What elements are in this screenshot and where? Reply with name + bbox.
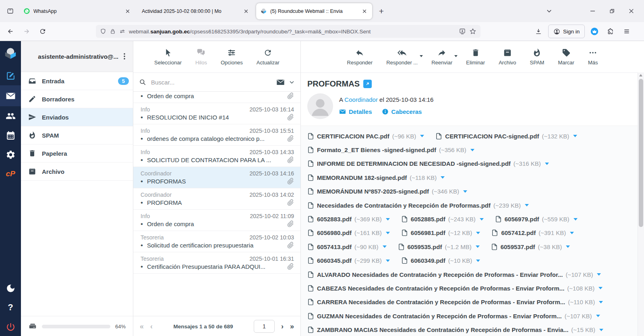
message-row[interactable]: Info2025-10-03 16:14•RESOLUCION DE INICI… [133, 103, 300, 124]
attachment-item[interactable]: GUZMAN Necesidades de Contratación y Rec… [307, 313, 600, 320]
message-row[interactable]: Info2025-10-02 11:09•Orden de compra [133, 210, 300, 231]
attachment-menu-caret-icon[interactable] [386, 218, 390, 221]
attachment-item[interactable]: 6056979.pdf(~559 KB) [495, 216, 578, 223]
view-toolbar-mas-button[interactable]: Más [586, 48, 600, 66]
profile-avatar-icon[interactable] [588, 25, 601, 38]
folder-item-papelera[interactable]: Papelera [21, 144, 133, 163]
attachment-menu-caret-icon[interactable] [386, 260, 390, 262]
attachment-item[interactable]: ALVARADO Necesidades de Contratación y R… [307, 271, 601, 278]
attachment-item[interactable]: 6052883.pdf(~369 KB) [307, 216, 390, 223]
attachment-menu-caret-icon[interactable] [441, 176, 445, 179]
message-row[interactable]: Coordinador2025-10-03 14:16•PROFORMAS [133, 167, 300, 188]
attachment-menu-caret-icon[interactable] [599, 329, 603, 331]
scope-envelope-icon[interactable] [276, 78, 285, 87]
attachment-menu-caret-icon[interactable] [525, 204, 529, 206]
attachment-menu-caret-icon[interactable] [599, 301, 603, 303]
chevron-down-icon[interactable] [289, 79, 295, 85]
lock-icon[interactable] [110, 28, 116, 35]
folder-item-spam[interactable]: SPAM [21, 126, 133, 144]
attachment-menu-caret-icon[interactable] [470, 149, 474, 151]
open-in-new-window-icon[interactable] [363, 80, 372, 88]
attachment-menu-caret-icon[interactable] [573, 135, 577, 137]
scrollbar[interactable] [638, 72, 644, 336]
attachment-item[interactable]: 6060345.pdf(~299 KB) [307, 257, 390, 264]
attachment-menu-caret-icon[interactable] [566, 245, 570, 248]
scrollbar-thumb[interactable] [639, 79, 643, 227]
view-toolbar-reenviar-button[interactable]: Reenviar [430, 48, 454, 66]
logout-power-icon[interactable] [0, 317, 21, 336]
close-icon[interactable] [124, 8, 131, 15]
forward-button[interactable] [20, 25, 33, 38]
view-toolbar-responder-button[interactable]: Responder ... [385, 48, 419, 66]
dark-mode-moon-icon[interactable] [0, 278, 21, 298]
compose-button[interactable] [0, 66, 21, 85]
tab-whatsapp[interactable]: WhatsApp [19, 3, 135, 19]
search-input[interactable] [150, 78, 272, 86]
attachment-item[interactable]: CERTIFICACION PAC-signed.pdf(~132 KB) [435, 133, 577, 140]
save-page-icon[interactable] [459, 28, 466, 35]
message-row[interactable]: Coordinador2025-10-03 14:02•PROFORMA [133, 188, 300, 210]
close-window-button[interactable] [621, 4, 641, 18]
folder-item-enviados[interactable]: Enviados [21, 108, 133, 126]
attachment-item[interactable]: MEMORÁNDUM Nº857-2025-signed.pdf(~346 KB… [307, 188, 467, 195]
attachment-item[interactable]: 6059535.pdf(~1.2 MB) [398, 243, 480, 250]
url-text[interactable]: webmail.sanjuan.gob.ec/cpsess6168253395/… [129, 29, 456, 35]
attachment-menu-caret-icon[interactable] [570, 232, 574, 234]
attachment-menu-caret-icon[interactable] [574, 218, 578, 221]
attachment-item[interactable]: Formato_2_ET Bienes -signed-signed.pdf(~… [307, 146, 474, 153]
permissions-icon[interactable] [119, 28, 126, 35]
last-page-button[interactable]: » [290, 322, 294, 331]
recipient-link[interactable]: Coordinador [344, 96, 378, 103]
list-toolbar-actualizar-button[interactable]: Actualizar [255, 48, 281, 66]
attachment-item[interactable]: INFORME DE DETERMINACION DE NECESIDAD -s… [307, 160, 549, 167]
attachment-item[interactable]: 6057413.pdf(~90 KB) [307, 243, 387, 250]
view-toolbar-eliminar-button[interactable]: Eliminar [464, 48, 487, 66]
attachment-menu-caret-icon[interactable] [596, 315, 600, 317]
attachment-item[interactable]: CABEZAS Necesidades de Contratación y Re… [307, 285, 603, 292]
view-toolbar-responder-button[interactable]: Responder [346, 48, 375, 66]
message-row[interactable]: Tesoreria2025-10-02 10:03•Solicitud de c… [133, 231, 300, 252]
sidebar-item-contacts[interactable] [0, 106, 21, 126]
view-toolbar-archivo-button[interactable]: Archivo [497, 48, 518, 66]
scroll-up-arrow-icon[interactable] [639, 74, 642, 76]
chevron-down-icon[interactable] [420, 55, 423, 57]
cpanel-icon[interactable]: cP [0, 164, 21, 183]
attachment-item[interactable]: MEMORANDUM 182-signed.pdf(~118 KB) [307, 174, 445, 181]
reload-button[interactable] [36, 25, 49, 38]
list-toolbar-opciones-button[interactable]: Opciones [219, 48, 244, 66]
message-row[interactable]: Info2025-10-03 14:33•SOLICITUD DE CONTRA… [133, 146, 300, 167]
attachment-menu-caret-icon[interactable] [383, 245, 387, 248]
attachment-menu-caret-icon[interactable] [480, 218, 484, 221]
message-row[interactable]: Info2025-10-03 15:51•ordenes de compra c… [133, 124, 300, 146]
url-bar[interactable]: webmail.sanjuan.gob.ec/cpsess6168253395/… [96, 25, 480, 38]
attachment-item[interactable]: 6060349.pdf(~10 KB) [401, 257, 480, 264]
message-row[interactable]: Tesoreria2025-10-01 16:31•Certificación … [133, 252, 300, 274]
folder-item-borradores[interactable]: Borradores [21, 90, 133, 108]
sidebar-item-settings[interactable] [0, 145, 21, 164]
chevron-down-icon[interactable] [454, 55, 458, 57]
attachment-menu-caret-icon[interactable] [545, 163, 549, 165]
tab-actividad[interactable]: Actividad 2025-10-02 08:00:00 | Mo [138, 3, 254, 19]
attachment-menu-caret-icon[interactable] [476, 245, 480, 248]
attachment-menu-caret-icon[interactable] [476, 260, 480, 262]
menu-button[interactable] [620, 25, 633, 38]
kebab-menu-icon[interactable] [120, 52, 129, 61]
folder-item-archivo[interactable]: Archivo [21, 163, 133, 181]
folder-item-entrada[interactable]: Entrada5 [21, 72, 133, 90]
attachment-menu-caret-icon[interactable] [476, 232, 480, 234]
restore-button[interactable] [602, 4, 621, 18]
view-toolbar-spam-button[interactable]: SPAM [528, 48, 546, 66]
attachment-item[interactable]: CERTIFICACION PAC.pdf(~96 KB) [307, 133, 424, 140]
attachment-menu-caret-icon[interactable] [598, 287, 603, 289]
attachment-item[interactable]: 6057412.pdf(~391 KB) [491, 229, 574, 236]
close-icon[interactable] [361, 8, 368, 15]
shield-icon[interactable] [100, 28, 106, 35]
attachment-menu-caret-icon[interactable] [463, 190, 467, 193]
attachment-item[interactable]: 6056980.pdf(~161 KB) [307, 229, 390, 236]
list-toolbar-seleccionar-button[interactable]: Seleccionar [153, 48, 183, 66]
attachment-menu-caret-icon[interactable] [386, 232, 390, 234]
first-page-button[interactable]: « [140, 322, 144, 331]
attachment-menu-caret-icon[interactable] [597, 273, 601, 276]
close-icon[interactable] [242, 8, 250, 15]
next-page-button[interactable]: › [281, 322, 284, 331]
